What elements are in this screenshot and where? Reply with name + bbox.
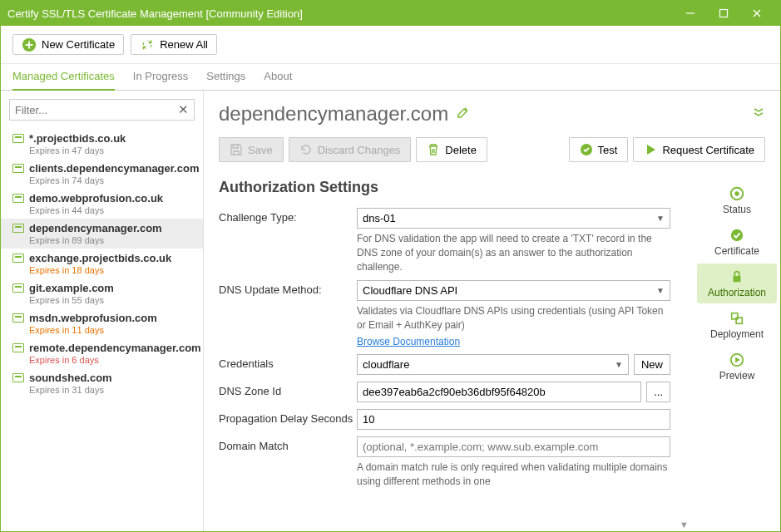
certificate-icon [12,164,24,173]
cert-expiry: Expires in 55 days [29,295,195,305]
credentials-select[interactable]: cloudflare▼ [357,354,629,375]
cert-expiry: Expires in 11 days [29,325,195,335]
play-icon [644,143,657,156]
new-credentials-button[interactable]: New [634,354,670,375]
certificate-icon [12,313,24,323]
cert-name: remote.dependencymanager.com [29,342,201,354]
cert-expiry: Expires in 44 days [29,205,195,215]
chevron-down-icon: ▼ [656,214,665,223]
preview-icon [729,352,745,368]
trash-icon [427,143,440,156]
cert-list-item[interactable]: dependencymanager.comExpires in 89 days [1,219,203,249]
window-controls [674,1,774,26]
dns-method-hint: Validates via Cloudflare DNS APIs using … [357,304,670,332]
action-row: Save Discard Changes Delete Test Request… [204,134,780,174]
main-pane: dependencymanager.com Save Discard Chang… [204,91,780,532]
challenge-type-label: Challenge Type: [219,208,357,224]
page-title: dependencymanager.com [219,102,448,126]
svg-rect-1 [720,10,728,17]
dns-method-select[interactable]: Cloudflare DNS API▼ [357,280,670,301]
lock-icon [729,268,745,285]
cert-list-item[interactable]: soundshed.comExpires in 31 days [1,368,203,398]
test-label: Test [598,144,618,156]
minimize-button[interactable] [674,1,707,26]
browse-documentation-link[interactable]: Browse Documentation [357,336,670,347]
challenge-type-select[interactable]: dns-01▼ [357,208,670,229]
zone-id-input[interactable] [357,382,641,402]
refresh-icon [140,37,155,52]
clear-filter-icon[interactable]: ✕ [178,102,189,117]
titlebar: Certify SSL/TLS Certificate Management [… [1,1,780,26]
cert-expiry: Expires in 31 days [29,385,195,395]
cert-name: git.example.com [29,282,114,294]
expand-chevron-icon[interactable] [752,106,765,122]
svg-point-10 [731,229,743,241]
domain-match-label: Domain Match [219,436,357,452]
zone-id-label: DNS Zone Id [219,382,357,397]
cert-list-item[interactable]: clients.dependencymanager.comExpires in … [1,159,203,189]
request-certificate-button[interactable]: Request Certificate [633,137,765,162]
renew-all-label: Renew All [160,38,208,51]
side-tab-deployment[interactable]: Deployment [697,305,777,345]
cert-list-item[interactable]: msdn.webprofusion.comExpires in 11 days [1,308,203,338]
cert-name: demo.webprofusion.co.uk [29,192,163,204]
new-certificate-label: New Certificate [42,38,115,51]
propagation-delay-input[interactable] [357,409,670,430]
form-panel: ▲ Authorization Settings Challenge Type:… [204,174,694,532]
cert-name: clients.dependencymanager.com [29,162,199,175]
window-title: Certify SSL/TLS Certificate Management [… [7,7,674,20]
status-icon [729,185,745,202]
deploy-icon [729,310,745,327]
new-certificate-button[interactable]: New Certificate [12,34,124,55]
renew-all-button[interactable]: Renew All [131,34,217,55]
domain-match-input[interactable] [357,436,670,457]
scroll-down-icon[interactable]: ▼ [680,520,689,530]
maximize-button[interactable] [707,1,740,26]
cert-expiry: Expires in 89 days [29,235,195,245]
cert-list-item[interactable]: git.example.comExpires in 55 days [1,278,203,308]
cert-list-item[interactable]: demo.webprofusion.co.ukExpires in 44 day… [1,189,203,219]
delete-button[interactable]: Delete [416,137,487,162]
nav-tabs: Managed Certificates In Progress Setting… [1,64,780,91]
cert-name: soundshed.com [29,372,112,384]
undo-icon [299,143,313,156]
certificate-icon [12,224,24,233]
side-tab-status[interactable]: Status [697,180,777,220]
tab-settings[interactable]: Settings [206,64,245,91]
tab-in-progress[interactable]: In Progress [133,64,188,91]
side-tab-certificate[interactable]: Certificate [697,222,777,262]
certificate-icon [12,283,24,293]
certificate-icon [12,343,24,352]
certificate-list[interactable]: *.projectbids.co.ukExpires in 47 dayscli… [1,129,203,532]
save-button: Save [219,137,284,162]
discard-label: Discard Changes [318,144,401,156]
tab-managed-certificates[interactable]: Managed Certificates [12,64,115,91]
close-button[interactable] [740,1,774,26]
test-button[interactable]: Test [569,137,629,162]
save-icon [230,143,243,156]
cert-expiry: Expires in 18 days [29,265,195,275]
side-tab-authorization[interactable]: Authorization [697,264,777,303]
cert-expiry: Expires in 6 days [29,355,195,365]
chevron-down-icon: ▼ [656,286,665,295]
save-label: Save [248,144,273,156]
side-tab-preview[interactable]: Preview [697,347,777,387]
tab-about[interactable]: About [264,64,292,91]
cert-list-item[interactable]: remote.dependencymanager.comExpires in 6… [1,338,203,368]
filter-input[interactable] [15,104,178,116]
sidebar: ✕ *.projectbids.co.ukExpires in 47 daysc… [1,91,204,532]
credentials-label: Credentials [219,354,357,370]
toolbar: New Certificate Renew All [1,26,780,64]
zone-browse-button[interactable]: ... [646,382,670,402]
dns-method-label: DNS Update Method: [219,280,357,296]
cert-list-item[interactable]: exchange.projectbids.co.ukExpires in 18 … [1,249,203,278]
domain-match-hint: A domain match rule is only required whe… [357,461,670,489]
certificate-icon [729,227,745,244]
svg-point-9 [734,191,739,195]
cert-list-item[interactable]: *.projectbids.co.ukExpires in 47 days [1,129,203,159]
edit-title-icon[interactable] [457,106,470,122]
certificate-icon [12,373,24,382]
request-label: Request Certificate [662,144,754,156]
check-circle-icon [580,143,593,156]
cert-name: msdn.webprofusion.com [29,312,157,324]
